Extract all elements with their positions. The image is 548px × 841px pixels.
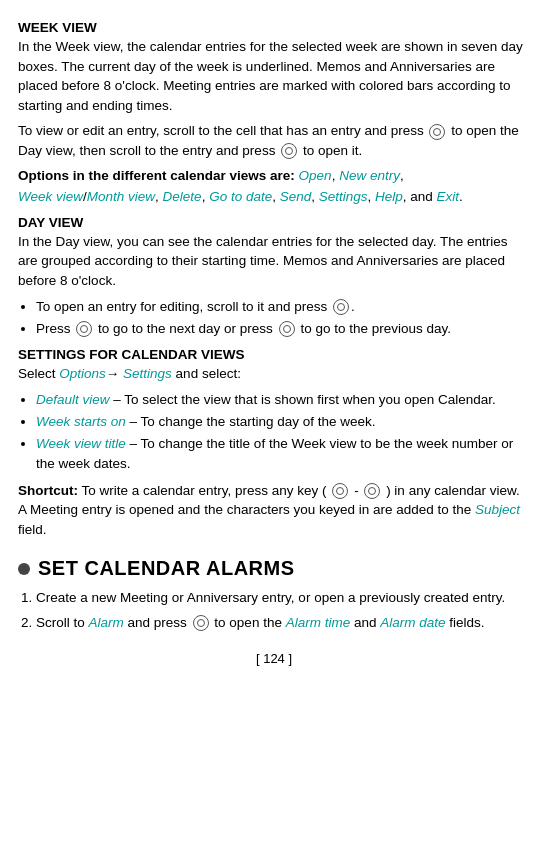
nav-icon-2	[281, 143, 297, 159]
nav-icon-3	[333, 299, 349, 315]
nav-icon-1	[429, 124, 445, 140]
option-go-to-date: Go to date	[209, 189, 272, 204]
option-week-view: Week view	[18, 189, 83, 204]
week-view-title-link: Week view title	[36, 436, 126, 451]
option-settings: Settings	[319, 189, 368, 204]
option-help: Help	[375, 189, 403, 204]
day-bullet-2: Press to go to the next day or press to …	[36, 319, 530, 339]
options-line: Options in the different calendar views …	[18, 166, 530, 207]
day-view-section: DAY VIEW In the Day view, you can see th…	[18, 215, 530, 339]
alarm-time-link: Alarm time	[286, 615, 351, 630]
option-send: Send	[280, 189, 312, 204]
day-view-para: In the Day view, you can see the calenda…	[18, 232, 530, 291]
alarm-date-link: Alarm date	[380, 615, 445, 630]
option-new-entry: New entry	[339, 168, 400, 183]
day-view-heading: DAY VIEW	[18, 215, 530, 230]
alarm-step-1-text: Create a new Meeting or Anniversary entr…	[36, 590, 505, 605]
settings-heading: SETTINGS FOR CALENDAR VIEWS	[18, 347, 530, 362]
week-view-para1: In the Week view, the calendar entries f…	[18, 37, 530, 115]
week-view-para2: To view or edit an entry, scroll to the …	[18, 121, 530, 160]
shortcut-para: Shortcut: To write a calendar entry, pre…	[18, 481, 530, 540]
week-starts-link: Week starts on	[36, 414, 126, 429]
set-calendar-alarms-heading: SET CALENDAR ALARMS	[38, 557, 295, 580]
settings-bullet-1: Default view – To select the view that i…	[36, 390, 530, 410]
nav-icon-6	[332, 483, 348, 499]
default-view-link: Default view	[36, 392, 110, 407]
shortcut-label: Shortcut:	[18, 483, 78, 498]
option-open: Open	[299, 168, 332, 183]
options-link: Options	[59, 366, 106, 381]
settings-bullet-2: Week starts on – To change the starting …	[36, 412, 530, 432]
nav-icon-7	[364, 483, 380, 499]
settings-intro: Select Options→ Settings and select:	[18, 364, 530, 384]
option-delete: Delete	[163, 189, 202, 204]
alarm-step-1: Create a new Meeting or Anniversary entr…	[36, 588, 530, 608]
settings-link: Settings	[123, 366, 172, 381]
day-view-bullets: To open an entry for editing, scroll to …	[36, 297, 530, 340]
nav-icon-8	[193, 615, 209, 631]
options-bold-label: Options in the different calendar views …	[18, 168, 295, 183]
day-bullet-1: To open an entry for editing, scroll to …	[36, 297, 530, 317]
settings-section: SETTINGS FOR CALENDAR VIEWS Select Optio…	[18, 347, 530, 539]
settings-bullets: Default view – To select the view that i…	[36, 390, 530, 475]
option-month-view: Month view	[87, 189, 155, 204]
nav-icon-4	[76, 321, 92, 337]
settings-bullet-3: Week view title – To change the title of…	[36, 434, 530, 475]
option-exit: Exit	[437, 189, 460, 204]
nav-icon-5	[279, 321, 295, 337]
section-bullet-dot	[18, 563, 30, 575]
set-calendar-alarms-section: SET CALENDAR ALARMS	[18, 557, 530, 580]
page-number: [ 124 ]	[18, 651, 530, 666]
alarm-step-2: Scroll to Alarm and press to open the Al…	[36, 613, 530, 633]
alarm-steps-list: Create a new Meeting or Anniversary entr…	[36, 588, 530, 633]
week-view-heading: WEEK VIEW	[18, 20, 530, 35]
subject-link: Subject	[475, 502, 520, 517]
week-view-section: WEEK VIEW In the Week view, the calendar…	[18, 20, 530, 207]
alarm-link: Alarm	[89, 615, 124, 630]
